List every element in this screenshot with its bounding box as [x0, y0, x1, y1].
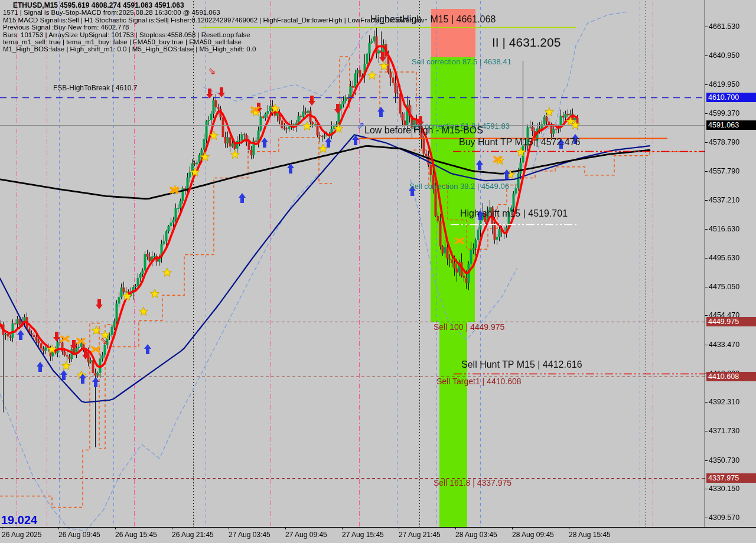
bos-shift-line: M1_High_BOS:false | High_shift_m1: 0.0 |… — [3, 45, 424, 53]
previous-signal-line: Previous Signal :Buy-New from: 4602.778 — [3, 24, 424, 31]
price-tick-label: 4640.950 — [709, 51, 739, 60]
price-tick-label: 4371.730 — [709, 427, 739, 435]
price-tick-label: 4537.210 — [709, 196, 739, 204]
time-tick-label: 27 Aug 03:45 — [229, 531, 271, 539]
price-chart-canvas[interactable] — [0, 0, 756, 543]
chart-annotation: Sell correction 87.5 | 4638.41 — [412, 57, 511, 66]
chart-annotation: Low before High - M15-BOS — [364, 125, 483, 136]
price-badge: 4591.063 — [706, 120, 756, 130]
time-tick-label: 28 Aug 03:45 — [455, 531, 497, 539]
time-tick-label: 28 Aug 09:45 — [512, 531, 554, 539]
time-tick-label: 28 Aug 15:45 — [569, 531, 611, 539]
price-tick-label: 4433.470 — [709, 341, 739, 349]
price-badge: 4449.975 — [706, 317, 756, 326]
info-block: ETHUSD,M15 4595.619 4608.274 4591.063 45… — [3, 2, 424, 53]
tema-ema-line: tema_m1_sell: true | tema_m1_buy: false … — [3, 38, 424, 45]
chart-window: ETHUSD,M15 4595.619 4608.274 4591.063 45… — [0, 0, 756, 543]
chart-annotation: Sell Hunt TP M15 | 4412.616 — [461, 359, 582, 370]
price-tick-label: 4330.150 — [709, 485, 739, 493]
chart-annotation: FSB-HighToBreak | 4610.7 — [53, 84, 138, 92]
price-tick-label: 4599.370 — [709, 109, 739, 117]
macd-stochastic-line: M15 MACD Signal is:Sell | H1 Stochastic … — [3, 17, 424, 24]
chart-annotation: Sell 161.8 | 4337.975 — [434, 478, 511, 488]
time-tick-label: 26 Aug 21:45 — [172, 531, 214, 539]
time-tick-label: 26 Aug 2025 — [2, 531, 41, 539]
price-tick-label: 4557.790 — [709, 167, 739, 175]
time-tick-label: 27 Aug 21:45 — [399, 531, 441, 539]
chart-annotation: Sell 100 | 4449.975 — [434, 322, 504, 332]
time-tick-label: 27 Aug 09:45 — [285, 531, 327, 539]
chart-annotation: Sell correction 38.2 | 4549.06 — [409, 182, 509, 191]
signal-line: 1571 | Signal is Buy-Stop-MACD from:2025… — [3, 9, 424, 16]
chart-annotation: Buy Hunt TP M15 | 4572.476 — [459, 137, 580, 148]
price-tick-label: 4309.570 — [709, 513, 739, 522]
price-tick-label: 4392.310 — [709, 398, 739, 406]
price-badge: 4337.975 — [706, 473, 756, 483]
price-badge: 4610.700 — [706, 93, 756, 102]
time-tick-label: 26 Aug 15:45 — [115, 531, 157, 539]
price-badge: 4410.608 — [706, 372, 756, 381]
chart-annotation: High shift m15 | 4519.701 — [460, 208, 568, 219]
time-tick-label: 27 Aug 15:45 — [342, 531, 384, 539]
price-tick-label: 4475.050 — [709, 283, 739, 291]
chart-annotation: II | 4631.205 — [492, 35, 561, 50]
price-tick-label: 4516.630 — [709, 225, 739, 233]
bars-stoploss-line: Bars: 101753 | ArraySize UpSignal: 10175… — [3, 31, 424, 38]
symbol-ohlc-line: ETHUSD,M15 4595.619 4608.274 4591.063 45… — [13, 2, 424, 9]
price-tick-label: 4350.730 — [709, 456, 739, 465]
price-tick-label: 4619.950 — [709, 80, 739, 89]
price-tick-label: 4661.530 — [709, 22, 739, 31]
chart-annotation: Sell Target1 | 4410.608 — [436, 377, 522, 386]
price-tick-label: 4578.790 — [709, 138, 739, 146]
time-tick-label: 26 Aug 09:45 — [58, 531, 100, 539]
chart-annotation: HighestHigh - M15 | 4661.068 — [370, 14, 496, 25]
fractal-value-label: 19.024 — [1, 513, 37, 527]
price-tick-label: 4495.630 — [709, 254, 739, 262]
